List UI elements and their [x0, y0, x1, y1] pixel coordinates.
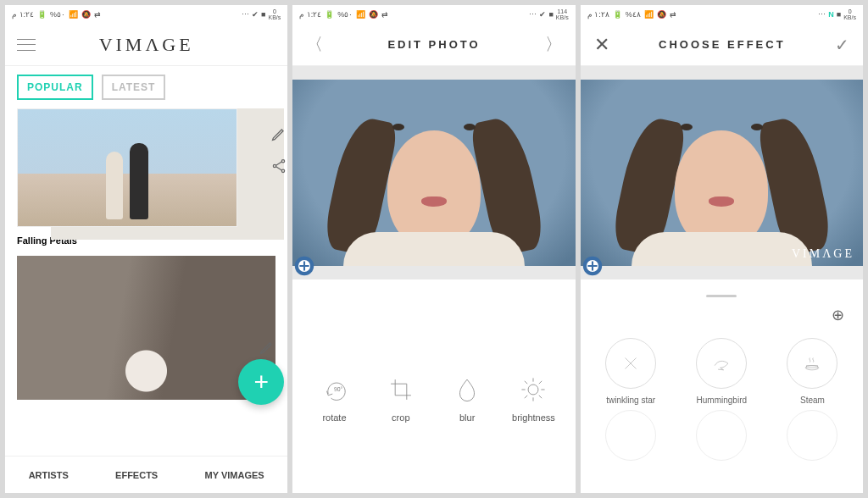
svg-point-0 — [282, 160, 285, 163]
screen-home: ١:٢٤ م 🔋 %٥٠ 📶🔕⇄ ⋯✔■ 0KB/s VIMΛGE POPULA… — [5, 5, 287, 493]
svg-point-6 — [529, 385, 539, 395]
add-effect-icon[interactable]: ⊕ — [581, 302, 863, 329]
clock: ١:٢٨ م — [587, 10, 609, 19]
top-bar: 〈 EDIT PHOTO 〉 — [292, 24, 575, 66]
photo-preview: VIMΛGE — [581, 66, 863, 279]
svg-point-2 — [282, 169, 285, 172]
feed: Falling Petals — [5, 108, 287, 456]
photo[interactable]: VIMΛGE — [581, 80, 863, 266]
effect-item[interactable] — [787, 410, 837, 461]
tool-rotate[interactable]: 90° rotate — [309, 375, 359, 423]
svg-text:90°: 90° — [334, 386, 343, 392]
tool-crop[interactable]: crop — [376, 375, 426, 423]
close-icon[interactable]: ✕ — [594, 34, 609, 56]
feed-card[interactable] — [17, 256, 275, 400]
feed-card[interactable] — [17, 108, 275, 227]
effects-list: twinkling star Hummingbird Steam — [581, 329, 863, 405]
tab-popular[interactable]: POPULAR — [17, 75, 93, 100]
sheet: ⊕ twinkling star Hummingbird Steam — [581, 279, 863, 466]
confirm-icon[interactable]: ✓ — [835, 35, 849, 55]
effect-twinkling-star[interactable]: twinkling star — [593, 338, 669, 405]
screen-choose-effect: ١:٢٨ م 🔋 %٤٨ 📶🔕⇄ ⋯N■ 0KB/s ✕ CHOOSE EFFE… — [581, 5, 863, 493]
watermark-badge — [292, 254, 316, 281]
drag-handle[interactable] — [706, 295, 737, 297]
tab-latest[interactable]: LATEST — [102, 75, 166, 100]
card-image — [17, 108, 237, 227]
forward-icon[interactable]: 〉 — [545, 33, 562, 56]
photo-preview — [292, 66, 575, 279]
effect-item[interactable] — [605, 410, 656, 461]
status-bar: ١:٢٤ م 🔋 %٥٠ 📶🔕⇄ ⋯✔■ 114KB/s — [292, 5, 575, 24]
battery-pct: %٥٠ — [337, 10, 353, 19]
share-icon[interactable] — [270, 158, 287, 174]
svg-point-1 — [274, 164, 276, 167]
effect-hummingbird[interactable]: Hummingbird — [683, 338, 760, 405]
add-button[interactable] — [238, 359, 284, 405]
edit-icon[interactable] — [270, 125, 287, 142]
watermark-badge — [581, 254, 604, 281]
effect-item[interactable] — [696, 410, 747, 461]
nav-artists[interactable]: ARTISTS — [24, 463, 74, 487]
battery-pct: %٤٨ — [626, 10, 641, 19]
category-tabs: POPULAR LATEST — [5, 66, 287, 108]
status-bar: ١:٢٨ م 🔋 %٤٨ 📶🔕⇄ ⋯N■ 0KB/s — [581, 5, 863, 24]
bottom-nav: ARTISTS EFFECTS MY VIMAGES — [5, 456, 287, 493]
clock: ١:٢٤ م — [12, 10, 34, 19]
status-bar: ١:٢٤ م 🔋 %٥٠ 📶🔕⇄ ⋯✔■ 0KB/s — [5, 5, 287, 24]
edit-icon[interactable] — [259, 339, 275, 356]
app-logo: VIMΛGE — [36, 34, 257, 56]
top-bar: VIMΛGE — [5, 24, 287, 66]
back-icon[interactable]: 〈 — [306, 33, 323, 56]
tool-brightness[interactable]: brightness — [508, 375, 559, 423]
nav-my-vimages[interactable]: MY VIMAGES — [200, 463, 270, 487]
nav-effects[interactable]: EFFECTS — [110, 463, 163, 487]
photo[interactable] — [292, 80, 575, 266]
top-bar: ✕ CHOOSE EFFECT ✓ — [581, 24, 863, 66]
clock: ١:٢٤ م — [299, 10, 321, 19]
page-title: EDIT PHOTO — [387, 38, 480, 51]
battery-pct: %٥٠ — [50, 10, 65, 19]
watermark: VIMΛGE — [792, 247, 854, 261]
page-title: CHOOSE EFFECT — [659, 38, 786, 51]
effect-steam[interactable]: Steam — [774, 338, 850, 405]
menu-icon[interactable] — [17, 39, 36, 51]
tool-blur[interactable]: blur — [442, 375, 492, 423]
edit-tools: 90° rotate crop blur brightness — [292, 279, 575, 493]
effects-list-row2 — [581, 405, 863, 466]
screen-edit: ١:٢٤ م 🔋 %٥٠ 📶🔕⇄ ⋯✔■ 114KB/s 〈 EDIT PHOT… — [292, 5, 575, 493]
